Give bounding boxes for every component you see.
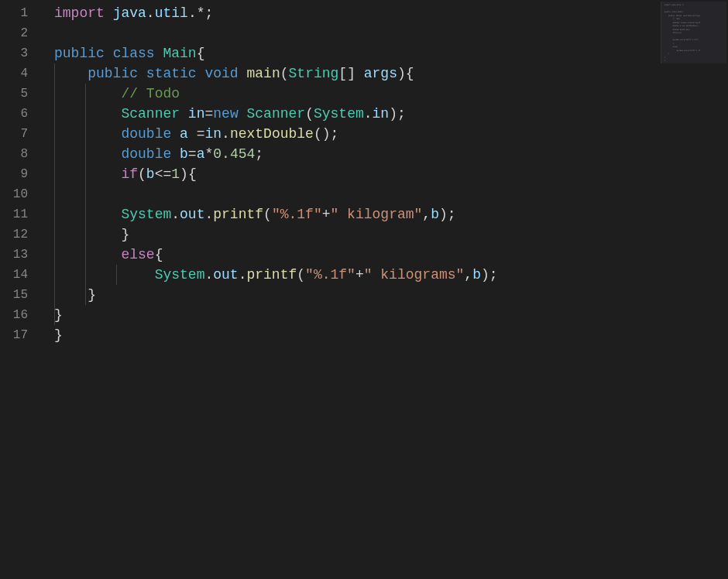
code-token: "%.1f" [305, 267, 355, 283]
code-line[interactable]: System.out.printf("%.1f"+" kilograms",b)… [54, 265, 728, 285]
code-token: Scanner [121, 106, 180, 122]
code-token: public [88, 66, 138, 81]
line-number: 9 [0, 164, 39, 184]
code-token: else [121, 247, 154, 262]
code-line[interactable]: // Todo [54, 84, 728, 104]
code-token: . [204, 267, 213, 283]
code-token: printf [213, 207, 263, 222]
code-token: ); [389, 106, 406, 122]
code-line[interactable]: if(b<=1){ [54, 164, 728, 184]
code-line[interactable]: System.out.printf("%.1f"+" kilogram",b); [54, 204, 728, 224]
line-number-gutter: 1234567891011121314151617 [0, 0, 39, 579]
line-number: 5 [0, 84, 39, 104]
code-token: import [54, 5, 105, 21]
code-token: .*; [188, 5, 213, 21]
code-token [54, 166, 121, 182]
line-number: 3 [0, 43, 39, 63]
code-line[interactable]: Scanner in=new Scanner(System.in); [54, 104, 728, 124]
code-token: ){ [180, 166, 197, 182]
code-token: = [197, 126, 205, 142]
code-token: b [472, 267, 481, 283]
line-number: 8 [0, 144, 39, 164]
line-number: 11 [0, 204, 39, 224]
code-token [105, 5, 113, 21]
code-token [54, 146, 121, 162]
code-line[interactable]: } [54, 325, 728, 345]
code-token: ( [297, 267, 305, 283]
code-line[interactable]: public static void main(String[] args){ [54, 63, 728, 84]
code-editor[interactable]: 1234567891011121314151617 import java.ut… [0, 0, 728, 579]
code-token: System [121, 207, 171, 222]
code-token: + [355, 267, 364, 283]
code-token: b [431, 207, 439, 222]
code-token: . [221, 126, 230, 142]
code-line[interactable] [54, 184, 728, 204]
code-token: b [146, 166, 155, 182]
code-token [54, 106, 121, 122]
code-line[interactable] [54, 23, 728, 43]
minimap-line: } [664, 60, 723, 63]
code-token: ); [439, 207, 456, 222]
code-token: * [204, 146, 213, 162]
code-token: in [373, 106, 390, 122]
code-token: [] [338, 66, 363, 81]
code-token: out [213, 267, 238, 283]
code-token: , [422, 207, 431, 222]
line-number: 10 [0, 184, 39, 204]
line-number: 6 [0, 104, 39, 124]
code-token [138, 66, 146, 81]
code-token: System [155, 267, 205, 283]
code-line[interactable]: } [54, 285, 728, 305]
line-number: 2 [0, 23, 39, 43]
code-token: Main [163, 46, 196, 61]
code-token: . [239, 267, 247, 283]
code-token [239, 66, 247, 81]
code-token: ( [263, 207, 272, 222]
code-line[interactable]: } [54, 305, 728, 325]
code-token: + [322, 207, 331, 222]
code-token [171, 146, 180, 162]
code-token: { [197, 46, 205, 61]
code-token [54, 207, 121, 222]
code-token: (); [314, 126, 338, 142]
code-line[interactable]: public class Main{ [54, 43, 728, 63]
code-line[interactable]: import java.util.*; [54, 3, 728, 23]
code-token [54, 126, 121, 142]
code-token [54, 66, 88, 81]
code-token [180, 106, 188, 122]
code-token: double [121, 126, 171, 142]
code-token: args [364, 66, 397, 81]
code-token: = [188, 146, 197, 162]
code-token: b [180, 146, 188, 162]
code-line[interactable]: double a =in.nextDouble(); [54, 124, 728, 144]
code-token [239, 106, 247, 122]
line-number: 1 [0, 3, 39, 23]
code-token: String [289, 66, 339, 81]
code-token: in [188, 106, 205, 122]
code-line[interactable]: } [54, 224, 728, 245]
code-token: static [146, 66, 197, 81]
code-token: " kilogram" [331, 207, 423, 222]
code-token: class [113, 46, 155, 61]
code-token: main [247, 66, 280, 81]
code-line[interactable]: double b=a*0.454; [54, 144, 728, 164]
code-token: nextDouble [230, 126, 314, 142]
code-area[interactable]: import java.util.*;public class Main{ pu… [39, 0, 728, 579]
code-token: { [155, 247, 163, 262]
code-token: } [54, 227, 129, 242]
code-token: 1 [171, 166, 180, 182]
code-line[interactable]: else{ [54, 245, 728, 265]
code-token: <= [155, 166, 172, 182]
line-number: 13 [0, 245, 39, 265]
code-token [155, 46, 163, 61]
line-number: 17 [0, 325, 39, 345]
code-token: "%.1f" [272, 207, 322, 222]
line-number: 15 [0, 285, 39, 305]
vertical-scrollbar[interactable] [717, 0, 728, 579]
code-token: , [464, 267, 472, 283]
code-token [54, 247, 121, 262]
code-token: . [204, 207, 213, 222]
code-token: void [204, 66, 238, 81]
code-token: ( [280, 66, 289, 81]
code-token: in [204, 126, 221, 142]
